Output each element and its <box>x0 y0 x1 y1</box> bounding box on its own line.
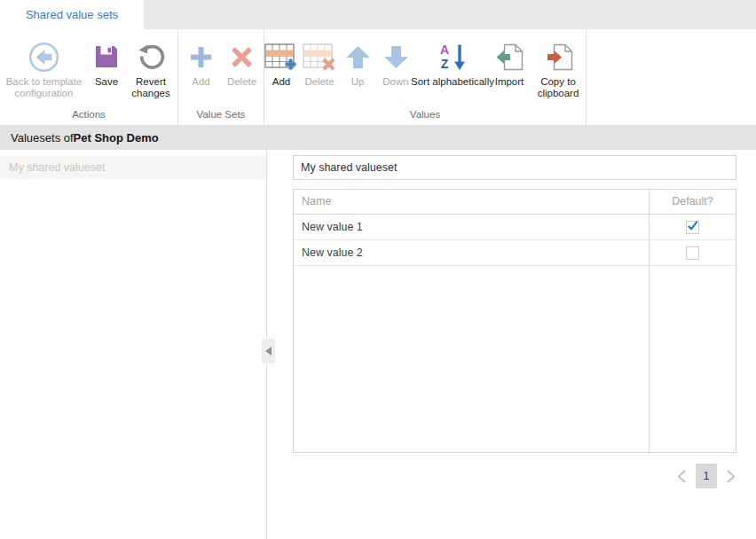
button-label: Save <box>95 76 118 88</box>
check-icon <box>687 220 698 230</box>
table-header-row: Name Default? <box>294 190 736 215</box>
template-name: Pet Shop Demo <box>74 131 159 145</box>
table-row[interactable]: New value 2 <box>294 240 736 266</box>
prev-page-button[interactable] <box>676 469 688 484</box>
back-circle-icon <box>28 39 60 74</box>
chevron-right-icon <box>725 469 736 484</box>
collapse-panel-button[interactable] <box>262 339 275 363</box>
button-label: Add <box>192 76 209 88</box>
valueset-list-item[interactable]: My shared valueset <box>0 156 266 179</box>
table-add-icon <box>264 39 298 74</box>
column-header-name: Name <box>294 190 650 214</box>
default-cell <box>650 240 736 265</box>
column-header-default: Default? <box>650 190 736 214</box>
column-separator <box>649 190 650 452</box>
arrow-down-icon <box>382 39 411 74</box>
next-page-button[interactable] <box>725 469 736 484</box>
default-cell <box>650 215 736 239</box>
svg-text:A: A <box>440 43 449 57</box>
tab-label: Shared value sets <box>26 8 118 21</box>
default-checkbox[interactable] <box>686 221 699 234</box>
button-label: Sort alphabetically <box>411 76 494 88</box>
ribbon-group-value-sets: Add Delete Value Sets <box>178 29 264 125</box>
save-icon <box>91 39 122 74</box>
table-delete-icon <box>303 39 336 74</box>
group-label-actions: Actions <box>0 109 177 120</box>
copy-clipboard-icon <box>543 39 574 74</box>
ribbon-group-actions: Back to template configuration Save <box>0 29 178 125</box>
tab-shared-value-sets[interactable]: Shared value sets <box>0 0 144 29</box>
button-label: Up <box>351 76 365 88</box>
ribbon-toolbar: Back to template configuration Save <box>0 29 756 125</box>
group-label-value-sets: Value Sets <box>178 109 264 120</box>
valueset-detail-panel: Name Default? New value 1 New value 2 <box>293 155 736 488</box>
button-label: Down <box>382 76 408 88</box>
content-area: My shared valueset Name Default? New val… <box>0 150 756 539</box>
default-checkbox[interactable] <box>686 246 699 260</box>
svg-text:Z: Z <box>441 57 449 71</box>
button-label: Copy to clipboard <box>524 76 593 99</box>
value-name-cell: New value 1 <box>294 215 650 239</box>
button-label: Delete <box>304 76 334 88</box>
arrow-up-icon <box>343 39 373 74</box>
valuesets-header: Valuesets of Pet Shop Demo <box>0 125 756 150</box>
plus-icon <box>186 39 216 74</box>
pagination: 1 <box>293 464 736 488</box>
header-prefix: Valuesets of <box>11 131 74 145</box>
x-icon <box>227 39 256 74</box>
valueset-list-panel: My shared valueset <box>0 150 267 539</box>
import-icon <box>494 39 525 74</box>
chevron-left-icon <box>676 469 688 484</box>
value-name-cell: New value 2 <box>294 240 650 265</box>
collapse-left-icon <box>265 347 272 355</box>
current-page[interactable]: 1 <box>696 464 717 488</box>
group-label-values: Values <box>264 109 586 120</box>
button-label: Revert changes <box>118 76 184 99</box>
ribbon-group-values: Add Delete <box>264 29 587 125</box>
button-label: Delete <box>227 76 256 88</box>
table-row[interactable]: New value 1 <box>294 215 736 240</box>
sort-az-icon: A Z <box>437 39 469 74</box>
tab-bar: Shared value sets <box>0 0 756 29</box>
table-bottom-shadow <box>293 455 736 456</box>
button-label: Import <box>495 76 524 88</box>
revert-icon <box>136 39 166 74</box>
button-label: Back to template configuration <box>0 76 95 99</box>
valueset-name-input[interactable] <box>293 155 736 180</box>
values-table: Name Default? New value 1 New value 2 <box>293 189 736 453</box>
button-label: Add <box>272 76 290 88</box>
